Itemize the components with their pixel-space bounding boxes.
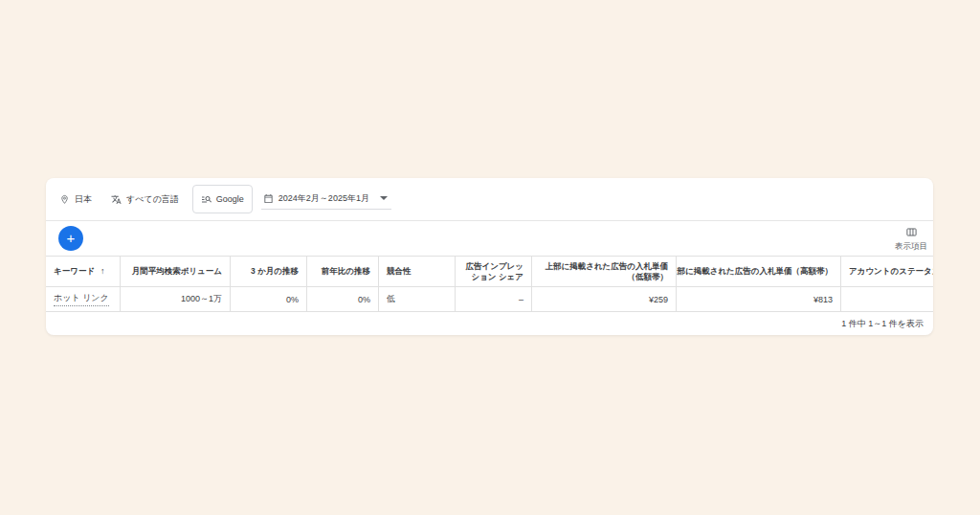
network-selector-value: Google — [216, 194, 244, 204]
cell-top-bid-high: ¥813 — [677, 287, 841, 311]
cell-avg-monthly-searches: 1000～1万 — [121, 287, 231, 311]
columns-icon — [905, 226, 918, 240]
column-header-account-status[interactable]: アカウントのステータス — [841, 257, 933, 286]
columns-button[interactable]: 表示項目 — [895, 226, 927, 253]
filters-toolbar: 日本 すべての言語 Google 2024年2月～2025年1月 — [46, 178, 933, 221]
table-header-row: キーワード ↑ 月間平均検索ボリューム 3 か月の推移 前年比の推移 競合性 広… — [46, 256, 933, 287]
location-pin-icon — [59, 194, 70, 205]
add-keywords-button[interactable]: + — [58, 226, 83, 251]
date-range-selector[interactable]: 2024年2月～2025年1月 — [261, 190, 391, 210]
cell-yoy-change: 0% — [307, 287, 379, 311]
table-row: ホット リンク 1000～1万 0% 0% 低 – ¥259 ¥813 — [46, 287, 933, 312]
column-header-keyword[interactable]: キーワード ↑ — [46, 257, 121, 286]
translate-icon — [111, 194, 122, 205]
calendar-icon — [263, 193, 274, 204]
cell-ad-impression-share: – — [456, 287, 532, 311]
location-filter-label: 日本 — [75, 193, 92, 206]
cell-account-status — [841, 287, 933, 311]
cell-three-month-change: 0% — [231, 287, 307, 311]
language-filter[interactable]: すべての言語 — [111, 193, 179, 206]
chevron-down-icon — [380, 196, 388, 200]
keyword-ideas-panel: 日本 すべての言語 Google 2024年2月～2025年1月 — [46, 178, 933, 335]
pagination-text: 1 件中 1～1 件を表示 — [841, 318, 924, 330]
column-header-competition[interactable]: 競合性 — [379, 257, 456, 286]
column-header-ad-impression-share[interactable]: 広告インプレッション シェア — [456, 257, 532, 286]
keyword-link[interactable]: ホット リンク — [54, 292, 109, 306]
column-header-three-month-change[interactable]: 3 か月の推移 — [231, 257, 307, 286]
location-filter[interactable]: 日本 — [59, 193, 92, 206]
cell-keyword: ホット リンク — [46, 287, 121, 311]
cell-competition: 低 — [379, 287, 456, 311]
column-header-top-bid-low[interactable]: 上部に掲載された広告の入札単価（低額帯） — [532, 257, 677, 286]
network-selector[interactable]: Google — [192, 185, 253, 213]
pagination-footer: 1 件中 1～1 件を表示 — [46, 312, 933, 335]
column-header-avg-monthly-searches[interactable]: 月間平均検索ボリューム — [121, 257, 231, 286]
keyword-results-table: キーワード ↑ 月間平均検索ボリューム 3 か月の推移 前年比の推移 競合性 広… — [46, 256, 933, 335]
column-header-top-bid-high[interactable]: 上部に掲載された広告の入札単価（高額帯） — [677, 257, 841, 286]
cell-top-bid-low: ¥259 — [532, 287, 677, 311]
column-header-yoy-change[interactable]: 前年比の推移 — [307, 257, 379, 286]
actions-bar: + 表示項目 — [46, 221, 933, 256]
keyword-planner-page: 日本 すべての言語 Google 2024年2月～2025年1月 — [0, 0, 980, 515]
plus-icon: + — [67, 230, 76, 246]
search-network-icon — [201, 193, 212, 205]
date-range-value: 2024年2月～2025年1月 — [278, 192, 369, 205]
language-filter-label: すべての言語 — [126, 193, 179, 206]
sort-ascending-icon: ↑ — [100, 266, 105, 277]
columns-button-label: 表示項目 — [895, 241, 927, 253]
